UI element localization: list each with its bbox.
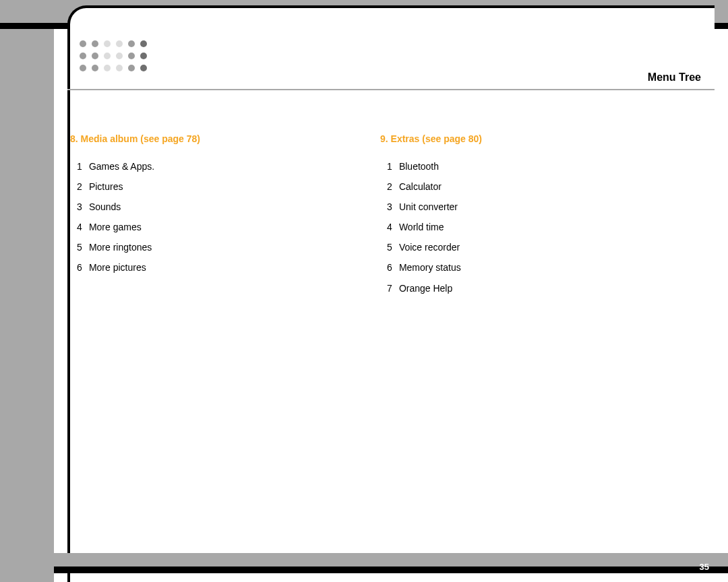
header-divider: [67, 89, 715, 90]
list-item: 2 Pictures: [77, 176, 377, 197]
list-item: 1 Bluetooth: [387, 156, 688, 176]
content-area: 8. Media album (see page 78) 1 Games & A…: [67, 133, 701, 298]
footer-stripe: [54, 567, 728, 573]
section-heading: 9. Extras (see page 80): [380, 133, 688, 144]
list-item: 3 Sounds: [77, 197, 377, 217]
list-item: 5 More ringtones: [77, 237, 377, 257]
list-item: 7 Orange Help: [387, 278, 688, 298]
page-number: 35: [700, 562, 709, 572]
footer-bar: [54, 553, 728, 567]
section-heading: 8. Media album (see page 78): [70, 133, 377, 144]
section-items: 1 Bluetooth 2 Calculator 3 Unit converte…: [377, 156, 688, 298]
list-item: 5 Voice recorder: [387, 237, 688, 257]
list-item: 6 More pictures: [77, 257, 377, 278]
list-item: 1 Games & Apps.: [77, 156, 377, 176]
left-sidebar: [0, 29, 54, 582]
list-item: 3 Unit converter: [387, 197, 688, 217]
list-item: 6 Memory status: [387, 257, 688, 278]
section-extras: 9. Extras (see page 80) 1 Bluetooth 2 Ca…: [377, 133, 688, 298]
page-title: Menu Tree: [648, 71, 701, 84]
section-items: 1 Games & Apps. 2 Pictures 3 Sounds 4 Mo…: [67, 156, 377, 278]
dot-grid-icon: [80, 40, 151, 75]
list-item: 2 Calculator: [387, 176, 688, 197]
list-item: 4 More games: [77, 217, 377, 237]
list-item: 4 World time: [387, 217, 688, 237]
section-media-album: 8. Media album (see page 78) 1 Games & A…: [67, 133, 377, 298]
